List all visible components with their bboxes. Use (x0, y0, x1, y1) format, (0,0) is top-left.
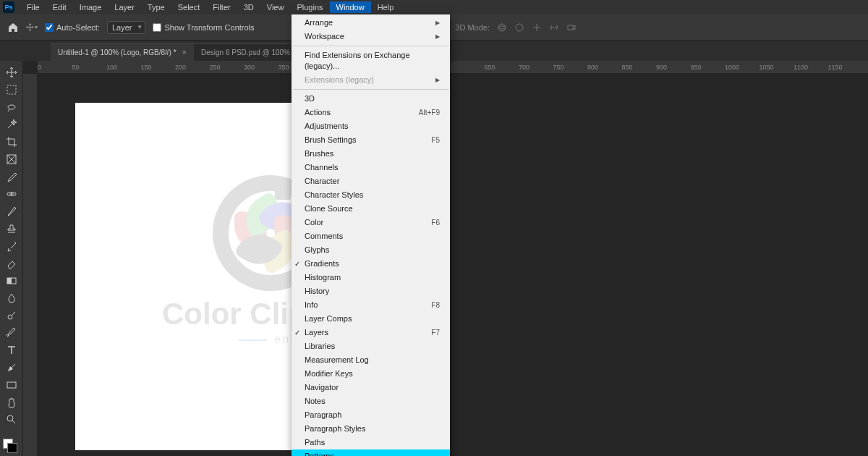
menu-3d[interactable]: 3D (237, 1, 260, 13)
menu-item-find-extensions-on-exchange-legacy-[interactable]: Find Extensions on Exchange (legacy)... (292, 48, 450, 73)
dodge-tool[interactable] (1, 307, 22, 324)
frame-tool[interactable] (1, 151, 22, 168)
menu-item-label: Brushes (305, 148, 333, 159)
menu-image[interactable]: Image (73, 1, 109, 13)
menu-item-paragraph-styles[interactable]: Paragraph Styles (292, 422, 450, 436)
menu-item-workspace[interactable]: Workspace▶ (292, 30, 450, 43)
slide-icon[interactable] (549, 22, 559, 33)
heal-tool[interactable] (1, 185, 22, 203)
stamp-tool[interactable] (1, 220, 22, 237)
menu-item-brushes[interactable]: Brushes (292, 147, 450, 161)
menu-filter[interactable]: Filter (206, 1, 237, 13)
ruler-tick: 0 (38, 64, 41, 71)
menu-item-layer-comps[interactable]: Layer Comps (292, 312, 450, 326)
menu-item-paths[interactable]: Paths (292, 436, 450, 449)
home-icon[interactable] (7, 22, 19, 33)
menu-item-notes[interactable]: Notes (292, 394, 450, 408)
menu-item-adjustments[interactable]: Adjustments (292, 119, 450, 133)
menu-item-gradients[interactable]: ✓Gradients (292, 257, 450, 271)
move-tool-indicator[interactable]: ▾ (26, 22, 38, 33)
pen-tool[interactable] (1, 324, 22, 342)
close-icon[interactable]: × (182, 48, 187, 56)
mode3d-icons (497, 22, 576, 33)
eraser-tool[interactable] (1, 255, 22, 272)
menu-item-label: Histogram (305, 272, 341, 283)
menu-view[interactable]: View (260, 1, 291, 13)
menu-item-label: Paths (305, 437, 325, 448)
menu-item-history[interactable]: History (292, 284, 450, 298)
zoom-tool[interactable] (1, 411, 22, 428)
shortcut-label: F5 (431, 135, 440, 145)
shortcut-label: F8 (431, 300, 440, 311)
brush-tool[interactable] (1, 203, 22, 220)
menu-item-brush-settings[interactable]: Brush SettingsF5 (292, 133, 450, 147)
menu-separator (293, 46, 448, 46)
menu-item-label: History (305, 286, 329, 297)
menu-item-glyphs[interactable]: Glyphs (292, 243, 450, 257)
menu-item-navigator[interactable]: Navigator (292, 381, 450, 394)
menu-file[interactable]: File (20, 1, 46, 13)
move-tool[interactable] (1, 64, 22, 81)
gradient-tool[interactable] (1, 272, 22, 290)
roll-icon[interactable] (514, 22, 524, 33)
menu-item-character[interactable]: Character (292, 174, 450, 188)
menu-select[interactable]: Select (171, 1, 207, 13)
ruler-tick: 150 (141, 64, 152, 71)
svg-point-2 (516, 24, 523, 31)
menu-plugins[interactable]: Plugins (290, 1, 329, 13)
menu-item-layers[interactable]: ✓LayersF7 (292, 326, 450, 339)
auto-select-checkbox[interactable]: Auto-Select: (45, 23, 100, 32)
menu-item-label: Extensions (legacy) (305, 75, 374, 85)
marquee-tool[interactable] (1, 81, 22, 98)
menu-edit[interactable]: Edit (46, 1, 73, 13)
path-tool[interactable] (1, 359, 22, 376)
menu-item-patterns[interactable]: Patterns (292, 449, 450, 456)
rect-tool[interactable] (1, 376, 22, 394)
svg-rect-4 (7, 85, 16, 94)
type-tool[interactable] (1, 342, 22, 359)
background-swatch[interactable] (7, 443, 17, 453)
menu-help[interactable]: Help (371, 1, 401, 13)
blur-tool[interactable] (1, 290, 22, 307)
auto-select-target[interactable]: Layer (107, 21, 146, 34)
wand-tool[interactable] (1, 116, 22, 133)
menu-item-info[interactable]: InfoF8 (292, 298, 450, 312)
color-swatches[interactable] (0, 439, 23, 456)
menu-item-arrange[interactable]: Arrange▶ (292, 16, 450, 30)
menu-item-paragraph[interactable]: Paragraph (292, 408, 450, 422)
menu-item-comments[interactable]: Comments (292, 229, 450, 243)
menu-item-color[interactable]: ColorF6 (292, 216, 450, 229)
svg-rect-3 (568, 25, 573, 30)
document-tab[interactable]: Design 6 PSD.psd @ 100% (194, 43, 297, 61)
ruler-tick: 250 (210, 64, 221, 71)
menu-window[interactable]: Window (330, 1, 371, 13)
menu-item-actions[interactable]: ActionsAlt+F9 (292, 106, 450, 119)
menu-item-libraries[interactable]: Libraries (292, 339, 450, 353)
show-transform-checkbox[interactable]: Show Transform Controls (153, 23, 254, 32)
crop-tool[interactable] (1, 133, 22, 151)
app-icon: Ps (3, 1, 14, 13)
svg-point-11 (7, 415, 13, 421)
menu-item-label: Character Styles (305, 190, 363, 200)
menu-item-histogram[interactable]: Histogram (292, 271, 450, 284)
pan-icon[interactable] (532, 22, 542, 33)
menu-item-character-styles[interactable]: Character Styles (292, 188, 450, 202)
lasso-tool[interactable] (1, 98, 22, 116)
menu-item-modifier-keys[interactable]: Modifier Keys (292, 367, 450, 381)
document-tab[interactable]: Untitled-1 @ 100% (Logo, RGB/8#) *× (51, 43, 194, 61)
menu-item-clone-source[interactable]: Clone Source (292, 202, 450, 216)
history-tool[interactable] (1, 237, 22, 255)
menu-item-3d[interactable]: 3D (292, 92, 450, 106)
menu-layer[interactable]: Layer (108, 1, 141, 13)
menu-item-channels[interactable]: Channels (292, 161, 450, 174)
menu-item-label: Arrange (305, 17, 333, 28)
menu-type[interactable]: Type (141, 1, 171, 13)
menu-item-label: Paragraph (305, 410, 341, 421)
eyedropper-tool[interactable] (1, 168, 22, 185)
ruler-tick: 100 (106, 64, 117, 71)
hand-tool[interactable] (1, 394, 22, 411)
ruler-tick: 800 (587, 64, 598, 71)
menu-item-measurement-log[interactable]: Measurement Log (292, 353, 450, 367)
orbit-icon[interactable] (497, 22, 507, 33)
camera-icon[interactable] (566, 22, 576, 33)
